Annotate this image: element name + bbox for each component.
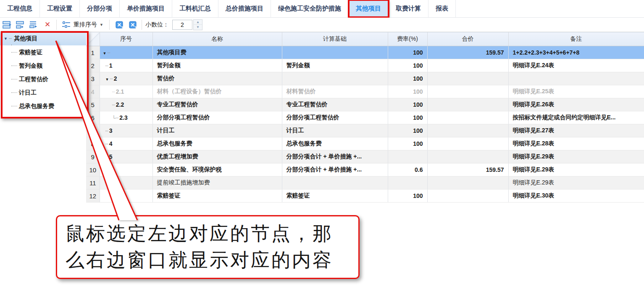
table-row[interactable]: 3 2 暂估价 100: [86, 72, 644, 85]
table-row[interactable]: 6 2.3 分部分项工程暂估价 分部分项工程暂估价 100 按招标文件规定或合同…: [86, 111, 644, 124]
collapse-rows-icon[interactable]: [28, 19, 40, 30]
cell-rate[interactable]: 100: [388, 59, 427, 72]
cell-total[interactable]: [427, 176, 508, 190]
cell-basis[interactable]: [282, 46, 388, 59]
cell-rate[interactable]: [388, 176, 427, 190]
cell-total[interactable]: 159.57: [427, 163, 508, 176]
cell-name[interactable]: 暂列金额: [152, 59, 282, 72]
cell-name[interactable]: 材料（工程设备）暂估价: [152, 85, 282, 98]
cell-basis[interactable]: 专业工程暂估价: [282, 98, 388, 111]
tab-other-items[interactable]: 其他项目: [349, 0, 389, 17]
cell-basis[interactable]: 计日工: [282, 124, 388, 137]
cell-basis[interactable]: 材料暂估价: [282, 85, 388, 98]
table-row[interactable]: 12 索赔签证 索赔签证 100 明细详见E.30表: [86, 190, 644, 203]
table-row[interactable]: 4 2.1 材料（工程设备）暂估价 材料暂估价 100 明细详见E.25表: [86, 85, 644, 98]
cell-rate[interactable]: 100: [388, 72, 427, 85]
table-row[interactable]: 11 7 提前竣工措施增加费 明细详见E.29表: [86, 176, 644, 190]
cell-rate[interactable]: 100: [388, 98, 427, 111]
cell-note[interactable]: 明细详见E.24表: [508, 59, 644, 72]
app-window: 工程信息 工程设置 分部分项 单价措施项目 工料机汇总 总价措施项目 绿色施工安…: [0, 0, 644, 308]
reorder-dropdown-icon[interactable]: ▼: [100, 23, 103, 27]
cell-name[interactable]: 优质工程增加费: [152, 150, 282, 163]
tab-green-construction-safety[interactable]: 绿色施工安全防护措施: [271, 0, 349, 17]
cell-rate[interactable]: 100: [388, 46, 427, 59]
cell-note[interactable]: 明细详见E.29表: [508, 163, 644, 176]
tab-project-info[interactable]: 工程信息: [0, 0, 40, 17]
cell-note[interactable]: 明细详见E.29表: [508, 176, 644, 190]
cell-total[interactable]: [427, 72, 508, 85]
cell-total[interactable]: [427, 85, 508, 98]
tab-bar: 工程信息 工程设置 分部分项 单价措施项目 工料机汇总 总价措施项目 绿色施工安…: [0, 0, 644, 18]
cell-note[interactable]: 1+2.2+2.3+3+4+5+6+7+8: [508, 46, 644, 59]
cell-basis[interactable]: 索赔签证: [282, 190, 388, 203]
reorder-icon[interactable]: [60, 19, 73, 30]
expand-sub-rows-icon[interactable]: [14, 19, 27, 30]
export-excel-alt-icon[interactable]: [126, 19, 139, 30]
cell-basis[interactable]: [282, 72, 388, 85]
cell-basis[interactable]: [282, 176, 388, 190]
delete-row-icon[interactable]: ✕: [41, 19, 54, 30]
tab-total-price-measures[interactable]: 总价措施项目: [218, 0, 271, 17]
reorder-label[interactable]: 重排序号: [74, 21, 97, 29]
cell-rate[interactable]: 100: [388, 111, 427, 124]
spinner-up-icon[interactable]: ▲: [194, 20, 202, 25]
cell-note[interactable]: 明细详见E.30表: [508, 190, 644, 203]
callout-pointer-arrow: [53, 37, 143, 222]
cell-note[interactable]: 明细详见E.29表: [508, 150, 644, 163]
table-row[interactable]: 8 4 总承包服务费 总承包服务费 100 明细详见E.28表: [86, 137, 644, 150]
cell-note[interactable]: 按招标文件规定或合同约定明细详见E...: [508, 111, 644, 124]
cell-rate[interactable]: 100: [388, 124, 427, 137]
cell-total[interactable]: [427, 190, 508, 203]
cell-basis[interactable]: 总承包服务费: [282, 137, 388, 150]
table-row[interactable]: 10 6 安全责任险、环境保护税 分部分项合计 + 单价措施 +... 0.6 …: [86, 163, 644, 176]
cell-rate[interactable]: 100: [388, 190, 427, 203]
toolbar-separator: [109, 20, 110, 30]
cell-name[interactable]: 索赔签证: [152, 190, 282, 203]
table-row[interactable]: 2 1 暂列金额 暂列金额 100 明细详见E.24表: [86, 59, 644, 72]
tab-subsections[interactable]: 分部分项: [80, 0, 120, 17]
cell-note[interactable]: 明细详见E.28表: [508, 137, 644, 150]
cell-name[interactable]: 安全责任险、环境保护税: [152, 163, 282, 176]
table-row[interactable]: 9 5 优质工程增加费 分部分项合计 + 单价措施 +... 明细详见E.29表: [86, 150, 644, 163]
table-row[interactable]: 7 3 计日工 计日工 100 明细详见E.27表: [86, 124, 644, 137]
export-excel-icon[interactable]: [113, 19, 126, 30]
cell-name[interactable]: 专业工程暂估价: [152, 98, 282, 111]
cell-total[interactable]: [427, 59, 508, 72]
cell-rate[interactable]: 0.6: [388, 163, 427, 176]
table-row[interactable]: 1 其他项目费 100 159.57 1+2.2+2.3+3+4+5+6+7+8: [86, 46, 644, 59]
cell-basis[interactable]: 分部分项合计 + 单价措施 +...: [282, 163, 388, 176]
cell-note[interactable]: 明细详见E.25表: [508, 85, 644, 98]
cell-rate[interactable]: 100: [388, 85, 427, 98]
spinner-down-icon[interactable]: ▼: [194, 25, 202, 30]
cell-note[interactable]: 明细详见E.27表: [508, 124, 644, 137]
expand-rows-icon[interactable]: [1, 19, 13, 30]
cell-note[interactable]: [508, 72, 644, 85]
table-row[interactable]: 5 2.2 专业工程暂估价 专业工程暂估价 100 明细详见E.26表: [86, 98, 644, 111]
cell-total[interactable]: [427, 150, 508, 163]
toolbar-separator: [56, 20, 57, 30]
cell-basis[interactable]: 暂列金额: [282, 59, 388, 72]
cell-note[interactable]: 明细详见E.26表: [508, 98, 644, 111]
cell-basis[interactable]: 分部分项工程暂估价: [282, 111, 388, 124]
tab-fee-calculation[interactable]: 取费计算: [389, 0, 428, 17]
tab-unit-price-measures[interactable]: 单价措施项目: [120, 0, 172, 17]
cell-total[interactable]: [427, 124, 508, 137]
cell-basis[interactable]: 分部分项合计 + 单价措施 +...: [282, 150, 388, 163]
decimal-places-input[interactable]: [172, 20, 192, 30]
cell-total[interactable]: 159.57: [427, 46, 508, 59]
tab-labor-material-summary[interactable]: 工料机汇总: [172, 0, 218, 17]
tab-project-settings[interactable]: 工程设置: [40, 0, 80, 17]
cell-rate[interactable]: 100: [388, 137, 427, 150]
cell-name[interactable]: 其他项目费: [152, 46, 282, 59]
cell-name[interactable]: 提前竣工措施增加费: [152, 176, 282, 190]
cell-total[interactable]: [427, 111, 508, 124]
grid-header-row: 序号 名称 计算基础 费率(%) 合价 备注: [86, 32, 644, 46]
cell-rate[interactable]: [388, 150, 427, 163]
cell-name[interactable]: 分部分项工程暂估价: [152, 111, 282, 124]
tab-reports[interactable]: 报表: [428, 0, 456, 17]
cell-name[interactable]: 暂估价: [152, 72, 282, 85]
cell-total[interactable]: [427, 98, 508, 111]
cell-total[interactable]: [427, 137, 508, 150]
cell-name[interactable]: 总承包服务费: [152, 137, 282, 150]
cell-name[interactable]: 计日工: [152, 124, 282, 137]
